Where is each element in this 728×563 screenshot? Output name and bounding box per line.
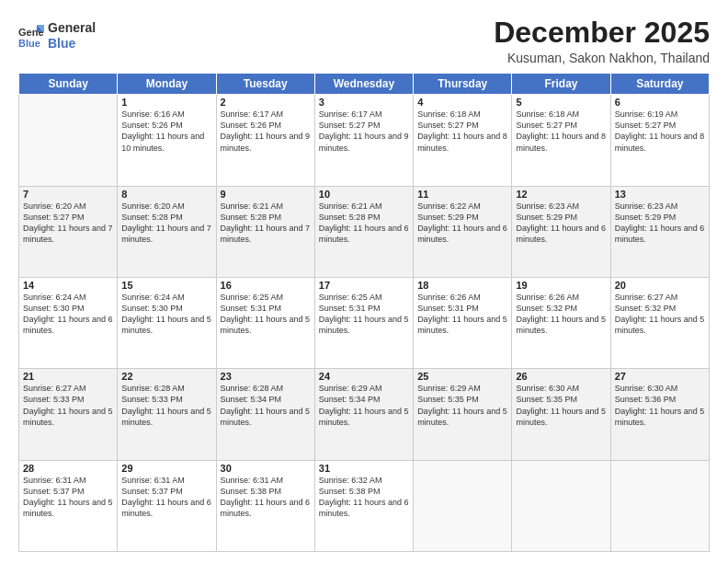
- day-number: 19: [516, 280, 606, 291]
- table-row: 31Sunrise: 6:32 AMSunset: 5:38 PMDayligh…: [314, 460, 413, 551]
- table-row: 30Sunrise: 6:31 AMSunset: 5:38 PMDayligh…: [216, 460, 314, 551]
- cell-info: Sunrise: 6:29 AMSunset: 5:35 PMDaylight:…: [417, 383, 507, 428]
- day-number: 1: [121, 97, 211, 108]
- day-number: 23: [221, 371, 311, 382]
- location: Kusuman, Sakon Nakhon, Thailand: [494, 51, 710, 65]
- table-row: 7Sunrise: 6:20 AMSunset: 5:27 PMDaylight…: [19, 186, 118, 277]
- logo-line2: Blue: [48, 36, 96, 52]
- cell-info: Sunrise: 6:28 AMSunset: 5:33 PMDaylight:…: [121, 383, 211, 428]
- table-row: [610, 460, 709, 551]
- table-row: 20Sunrise: 6:27 AMSunset: 5:32 PMDayligh…: [610, 277, 709, 368]
- col-friday: Friday: [512, 74, 610, 95]
- table-row: 9Sunrise: 6:21 AMSunset: 5:28 PMDaylight…: [216, 186, 314, 277]
- day-number: 3: [319, 97, 409, 108]
- day-number: 31: [319, 463, 409, 474]
- cell-info: Sunrise: 6:22 AMSunset: 5:29 PMDaylight:…: [417, 201, 507, 246]
- cell-info: Sunrise: 6:31 AMSunset: 5:38 PMDaylight:…: [221, 475, 311, 520]
- day-number: 20: [615, 280, 705, 291]
- table-row: 28Sunrise: 6:31 AMSunset: 5:37 PMDayligh…: [19, 460, 118, 551]
- table-row: 21Sunrise: 6:27 AMSunset: 5:33 PMDayligh…: [19, 369, 118, 460]
- cell-info: Sunrise: 6:27 AMSunset: 5:32 PMDaylight:…: [615, 292, 705, 337]
- day-number: 15: [121, 280, 211, 291]
- day-number: 4: [417, 97, 507, 108]
- table-row: 8Sunrise: 6:20 AMSunset: 5:28 PMDaylight…: [118, 186, 216, 277]
- day-number: 27: [615, 371, 705, 382]
- table-row: 24Sunrise: 6:29 AMSunset: 5:34 PMDayligh…: [314, 369, 413, 460]
- cell-info: Sunrise: 6:31 AMSunset: 5:37 PMDaylight:…: [121, 475, 211, 520]
- table-row: 15Sunrise: 6:24 AMSunset: 5:30 PMDayligh…: [118, 277, 216, 368]
- title-block: December 2025 Kusuman, Sakon Nakhon, Tha…: [494, 17, 710, 65]
- table-row: 23Sunrise: 6:28 AMSunset: 5:34 PMDayligh…: [216, 369, 314, 460]
- day-number: 14: [23, 280, 113, 291]
- table-row: 6Sunrise: 6:19 AMSunset: 5:27 PMDaylight…: [610, 95, 709, 186]
- col-saturday: Saturday: [610, 74, 709, 95]
- day-number: 17: [319, 280, 409, 291]
- col-thursday: Thursday: [414, 74, 512, 95]
- day-number: 28: [23, 463, 113, 474]
- cell-info: Sunrise: 6:32 AMSunset: 5:38 PMDaylight:…: [319, 475, 409, 520]
- cell-info: Sunrise: 6:26 AMSunset: 5:31 PMDaylight:…: [417, 292, 507, 337]
- table-row: [19, 95, 118, 186]
- logo-line1: General: [48, 20, 96, 36]
- col-sunday: Sunday: [19, 74, 118, 95]
- logo-icon: General Blue: [18, 23, 44, 49]
- cell-info: Sunrise: 6:17 AMSunset: 5:27 PMDaylight:…: [319, 109, 409, 154]
- cell-info: Sunrise: 6:23 AMSunset: 5:29 PMDaylight:…: [615, 201, 705, 246]
- month-title: December 2025: [494, 17, 710, 49]
- cell-info: Sunrise: 6:16 AMSunset: 5:26 PMDaylight:…: [121, 109, 211, 154]
- table-row: 1Sunrise: 6:16 AMSunset: 5:26 PMDaylight…: [118, 95, 216, 186]
- cell-info: Sunrise: 6:17 AMSunset: 5:26 PMDaylight:…: [221, 109, 311, 154]
- col-wednesday: Wednesday: [314, 74, 413, 95]
- table-row: 18Sunrise: 6:26 AMSunset: 5:31 PMDayligh…: [414, 277, 512, 368]
- table-row: 29Sunrise: 6:31 AMSunset: 5:37 PMDayligh…: [118, 460, 216, 551]
- cell-info: Sunrise: 6:21 AMSunset: 5:28 PMDaylight:…: [221, 201, 311, 246]
- day-number: 6: [615, 97, 705, 108]
- day-number: 25: [417, 371, 507, 382]
- day-number: 22: [121, 371, 211, 382]
- cell-info: Sunrise: 6:29 AMSunset: 5:34 PMDaylight:…: [319, 383, 409, 428]
- cell-info: Sunrise: 6:18 AMSunset: 5:27 PMDaylight:…: [417, 109, 507, 154]
- svg-text:Blue: Blue: [18, 38, 40, 49]
- table-row: 14Sunrise: 6:24 AMSunset: 5:30 PMDayligh…: [19, 277, 118, 368]
- table-row: 5Sunrise: 6:18 AMSunset: 5:27 PMDaylight…: [512, 95, 610, 186]
- cell-info: Sunrise: 6:21 AMSunset: 5:28 PMDaylight:…: [319, 201, 409, 246]
- day-number: 21: [23, 371, 113, 382]
- cell-info: Sunrise: 6:19 AMSunset: 5:27 PMDaylight:…: [615, 109, 705, 154]
- cell-info: Sunrise: 6:20 AMSunset: 5:27 PMDaylight:…: [23, 201, 113, 246]
- col-tuesday: Tuesday: [216, 74, 314, 95]
- table-row: 26Sunrise: 6:30 AMSunset: 5:35 PMDayligh…: [512, 369, 610, 460]
- table-row: 27Sunrise: 6:30 AMSunset: 5:36 PMDayligh…: [610, 369, 709, 460]
- table-row: 3Sunrise: 6:17 AMSunset: 5:27 PMDaylight…: [314, 95, 413, 186]
- table-row: 13Sunrise: 6:23 AMSunset: 5:29 PMDayligh…: [610, 186, 709, 277]
- col-monday: Monday: [118, 74, 216, 95]
- cell-info: Sunrise: 6:24 AMSunset: 5:30 PMDaylight:…: [23, 292, 113, 337]
- table-row: 22Sunrise: 6:28 AMSunset: 5:33 PMDayligh…: [118, 369, 216, 460]
- cell-info: Sunrise: 6:28 AMSunset: 5:34 PMDaylight:…: [221, 383, 311, 428]
- cell-info: Sunrise: 6:31 AMSunset: 5:37 PMDaylight:…: [23, 475, 113, 520]
- cell-info: Sunrise: 6:18 AMSunset: 5:27 PMDaylight:…: [516, 109, 606, 154]
- day-number: 9: [221, 189, 311, 200]
- table-row: [414, 460, 512, 551]
- day-number: 2: [221, 97, 311, 108]
- table-row: 16Sunrise: 6:25 AMSunset: 5:31 PMDayligh…: [216, 277, 314, 368]
- day-number: 18: [417, 280, 507, 291]
- day-number: 29: [121, 463, 211, 474]
- day-number: 30: [221, 463, 311, 474]
- cell-info: Sunrise: 6:26 AMSunset: 5:32 PMDaylight:…: [516, 292, 606, 337]
- table-row: 11Sunrise: 6:22 AMSunset: 5:29 PMDayligh…: [414, 186, 512, 277]
- cell-info: Sunrise: 6:30 AMSunset: 5:36 PMDaylight:…: [615, 383, 705, 428]
- day-number: 26: [516, 371, 606, 382]
- day-number: 11: [417, 189, 507, 200]
- table-row: 12Sunrise: 6:23 AMSunset: 5:29 PMDayligh…: [512, 186, 610, 277]
- table-row: [512, 460, 610, 551]
- calendar-table: Sunday Monday Tuesday Wednesday Thursday…: [18, 73, 710, 552]
- cell-info: Sunrise: 6:27 AMSunset: 5:33 PMDaylight:…: [23, 383, 113, 428]
- cell-info: Sunrise: 6:25 AMSunset: 5:31 PMDaylight:…: [319, 292, 409, 337]
- header: General Blue General Blue December 2025 …: [18, 17, 710, 65]
- cell-info: Sunrise: 6:24 AMSunset: 5:30 PMDaylight:…: [121, 292, 211, 337]
- day-number: 13: [615, 189, 705, 200]
- table-row: 4Sunrise: 6:18 AMSunset: 5:27 PMDaylight…: [414, 95, 512, 186]
- cell-info: Sunrise: 6:30 AMSunset: 5:35 PMDaylight:…: [516, 383, 606, 428]
- cell-info: Sunrise: 6:20 AMSunset: 5:28 PMDaylight:…: [121, 201, 211, 246]
- table-row: 17Sunrise: 6:25 AMSunset: 5:31 PMDayligh…: [314, 277, 413, 368]
